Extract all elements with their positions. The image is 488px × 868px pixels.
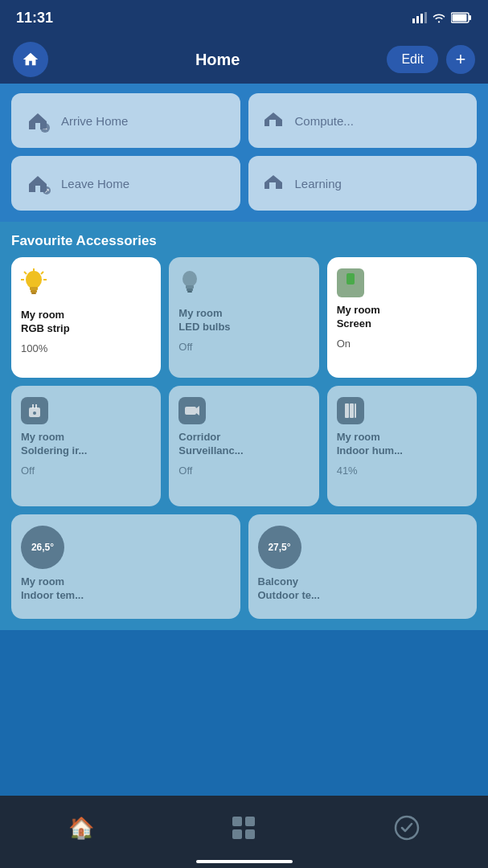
nav-devices-icon (231, 815, 256, 841)
sensor-outdoor-temp[interactable]: 27,5° BalconyOutdoor te... (248, 514, 478, 619)
accessory-screen[interactable]: My roomScreen On (327, 257, 477, 378)
svg-rect-28 (185, 407, 196, 415)
indoor-temp-value: 26,5° (21, 526, 64, 569)
bottom-nav: 🏠 (0, 796, 488, 868)
svg-text:→: → (42, 125, 49, 133)
outdoor-temp-name: BalconyOutdoor te... (258, 575, 468, 603)
scene-computer-label: Compute... (295, 114, 354, 128)
switch-on-icon (337, 268, 467, 297)
svg-rect-25 (32, 404, 34, 408)
scene-learning-label: Learning (295, 177, 342, 190)
scene-arrive-home[interactable]: → Arrive Home (11, 93, 240, 148)
learning-icon (260, 170, 287, 197)
surveillance-status: Off (178, 465, 309, 477)
rgb-strip-name: My roomRGB strip (21, 309, 151, 336)
add-button[interactable]: + (446, 45, 475, 74)
scene-leave-home[interactable]: ↗ Leave Home (11, 156, 240, 211)
accessories-grid: My roomRGB strip 100% My roomLED bulbs O… (0, 257, 488, 514)
accessory-humidity[interactable]: My roomIndoor hum... 41% (327, 386, 477, 506)
scene-arrive-home-label: Arrive Home (61, 114, 128, 128)
svg-rect-14 (31, 293, 36, 294)
svg-rect-1 (416, 16, 419, 23)
bulb-on-icon (21, 268, 151, 302)
svg-rect-13 (31, 290, 37, 293)
plug-icon (21, 397, 151, 424)
soldering-status: Off (21, 465, 151, 477)
humidity-icon (337, 397, 467, 424)
screen-status: On (337, 338, 467, 350)
scenes-grid: → Arrive Home Compute... ↗ (0, 84, 488, 219)
svg-rect-34 (245, 817, 255, 826)
svg-rect-30 (345, 403, 349, 418)
surveillance-name: CorridorSurveillanc... (178, 431, 309, 458)
nav-devices[interactable] (231, 815, 256, 841)
sensor-indoor-temp[interactable]: 26,5° My roomIndoor tem... (11, 514, 240, 619)
camera-icon (178, 397, 309, 424)
svg-rect-33 (232, 817, 242, 826)
svg-rect-12 (30, 287, 38, 290)
svg-rect-32 (355, 403, 356, 418)
edit-button[interactable]: Edit (387, 46, 438, 73)
humidity-name: My roomIndoor hum... (337, 431, 467, 458)
status-icons (412, 12, 472, 23)
led-bulbs-name: My roomLED bulbs (178, 307, 309, 334)
svg-rect-22 (187, 289, 193, 291)
accessory-soldering[interactable]: My roomSoldering ir... Off (11, 386, 161, 506)
wifi-icon (432, 12, 446, 23)
rgb-strip-status: 100% (21, 342, 151, 354)
computer-icon (260, 107, 287, 134)
header-title: Home (195, 51, 240, 69)
section-title: Favourite Accessories (0, 222, 488, 257)
scene-computer[interactable]: Compute... (248, 93, 478, 148)
svg-rect-0 (412, 18, 415, 23)
accessory-rgb-strip[interactable]: My roomRGB strip 100% (11, 257, 161, 378)
svg-marker-29 (196, 406, 199, 416)
outdoor-temp-value: 27,5° (258, 526, 301, 569)
accessory-surveillance[interactable]: CorridorSurveillanc... Off (169, 386, 318, 506)
nav-home-icon: 🏠 (68, 816, 94, 841)
svg-point-27 (33, 411, 36, 415)
svg-rect-5 (469, 15, 471, 20)
battery-icon (451, 12, 472, 23)
scene-leave-home-label: Leave Home (61, 177, 129, 190)
nav-automations[interactable] (394, 815, 420, 841)
scene-learning[interactable]: Learning (248, 156, 478, 211)
home-indicator (196, 860, 293, 863)
humidity-status: 41% (337, 465, 467, 477)
indoor-temp-name: My roomIndoor tem... (21, 575, 231, 603)
header: Home Edit + (0, 35, 488, 84)
scenes-section: → Arrive Home Compute... ↗ (0, 84, 488, 222)
svg-point-20 (182, 271, 197, 287)
svg-rect-21 (186, 285, 194, 289)
svg-rect-26 (35, 404, 37, 408)
header-actions: Edit + (387, 45, 475, 74)
svg-rect-2 (420, 14, 423, 23)
svg-rect-3 (424, 12, 427, 23)
svg-rect-35 (232, 829, 242, 839)
svg-line-16 (24, 272, 27, 274)
svg-rect-6 (453, 14, 467, 22)
status-time: 11:31 (16, 10, 53, 27)
svg-rect-31 (350, 403, 354, 418)
svg-rect-23 (187, 291, 192, 293)
svg-point-11 (26, 271, 42, 289)
signal-icon (412, 12, 427, 23)
sensor-grid: 26,5° My roomIndoor tem... 27,5° Balcony… (0, 514, 488, 630)
home-header-button[interactable] (13, 42, 48, 77)
led-bulbs-status: Off (178, 341, 309, 353)
accessory-led-bulbs[interactable]: My roomLED bulbs Off (169, 257, 318, 378)
house-icon (22, 51, 39, 68)
soldering-name: My roomSoldering ir... (21, 431, 151, 458)
svg-text:↗: ↗ (44, 187, 50, 194)
screen-name: My roomScreen (337, 304, 467, 331)
nav-home[interactable]: 🏠 (68, 816, 94, 841)
status-bar: 11:31 (0, 0, 488, 35)
arrive-home-icon: → (23, 105, 53, 136)
nav-automations-icon (394, 815, 420, 841)
bulb-off-icon (178, 268, 309, 301)
svg-rect-36 (245, 829, 255, 839)
svg-line-17 (41, 272, 43, 274)
leave-home-icon: ↗ (23, 168, 53, 199)
